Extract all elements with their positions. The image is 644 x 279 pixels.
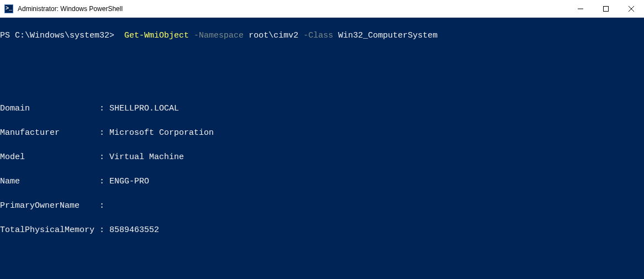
minimize-button[interactable] [568, 0, 593, 18]
output-value: 8589463552 [109, 225, 159, 235]
maximize-button[interactable] [593, 0, 619, 18]
output-row: Name : ENGG-PRO [0, 176, 644, 188]
arg-class: Win32_ComputerSystem [338, 31, 437, 40]
output-row: Domain : SHELLPRO.LOCAL [0, 103, 644, 115]
powershell-icon-glyph: >_ [6, 6, 12, 12]
window-controls [568, 0, 644, 17]
output-row: PrimaryOwnerName : [0, 200, 644, 212]
terminal-area[interactable]: PS C:\Windows\system32> Get-WmiObject -N… [0, 18, 644, 279]
powershell-icon: >_ [4, 4, 13, 13]
output-key: Name [0, 177, 99, 186]
titlebar: >_ Administrator: Windows PowerShell [0, 0, 644, 18]
output-row: Model : Virtual Machine [0, 151, 644, 164]
close-button[interactable] [619, 0, 644, 18]
param-namespace: -Namespace [194, 31, 244, 40]
output-row: TotalPhysicalMemory : 8589463552 [0, 224, 644, 236]
arg-namespace: root\cimv2 [249, 31, 298, 40]
output-key: Domain [0, 104, 99, 113]
output-value: Microsoft Corporation [109, 128, 214, 138]
output-key: PrimaryOwnerName [0, 201, 99, 210]
svg-rect-1 [604, 7, 609, 12]
output-key: TotalPhysicalMemory [0, 225, 99, 235]
output-row: Manufacturer : Microsoft Corporation [0, 127, 644, 139]
cmdlet: Get-WmiObject [124, 31, 189, 40]
output-value: SHELLPRO.LOCAL [109, 104, 179, 113]
output-key: Manufacturer [0, 128, 99, 138]
output-value: ENGG-PRO [109, 177, 149, 186]
prompt: PS C:\Windows\system32> [0, 31, 114, 40]
output-value: Virtual Machine [109, 152, 184, 162]
param-class: -Class [303, 31, 333, 40]
window-title: Administrator: Windows PowerShell [18, 5, 568, 13]
output-key: Model [0, 152, 99, 162]
command-line-1: PS C:\Windows\system32> Get-WmiObject -N… [0, 30, 644, 42]
